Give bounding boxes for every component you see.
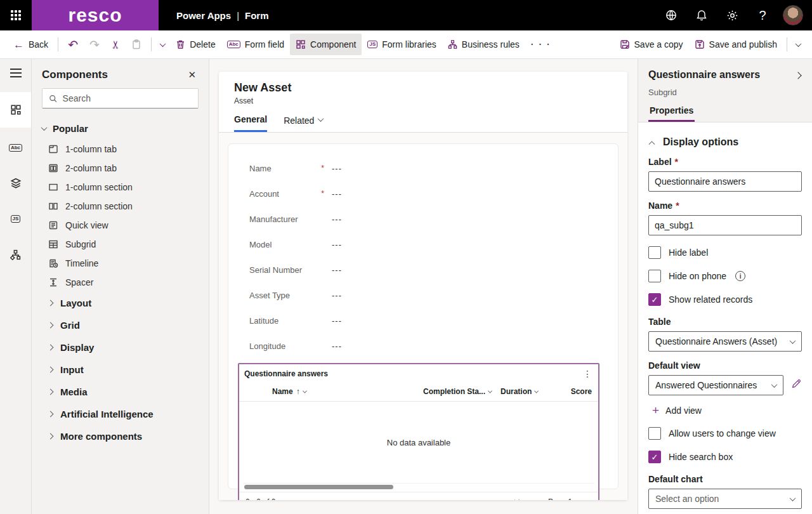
checkbox[interactable]: ✓	[648, 293, 661, 306]
info-icon[interactable]: i	[735, 271, 745, 281]
label-input[interactable]	[648, 171, 802, 192]
group-media[interactable]: Media	[32, 381, 209, 403]
allow-users-change-view-checkbox-row[interactable]: Allow users to change view	[648, 427, 802, 440]
resco-logo[interactable]: resco	[32, 0, 159, 30]
delete-button[interactable]: Delete	[170, 34, 221, 55]
first-page-button[interactable]	[513, 498, 521, 501]
collapse-panel-button[interactable]	[0, 59, 31, 87]
back-button[interactable]: ← Back	[8, 34, 54, 55]
save-a-copy-button[interactable]: Save a copy	[614, 34, 689, 55]
group-display[interactable]: Display	[32, 336, 209, 359]
column-header-name[interactable]: Name ↑	[272, 387, 423, 396]
field-row-latitude[interactable]: Latitude ---	[238, 308, 608, 333]
component-item-quick-view[interactable]: Quick view	[32, 216, 209, 235]
field-row-account[interactable]: Account * ---	[238, 181, 608, 206]
search-input[interactable]	[63, 93, 192, 103]
subgrid-more-icon[interactable]: ⋮	[583, 369, 592, 378]
component-item-2-column-tab[interactable]: 2-column tab	[32, 159, 209, 178]
notifications-bell-icon[interactable]	[689, 0, 714, 30]
hide-on-phone-checkbox-row[interactable]: Hide on phone i	[648, 270, 802, 282]
component-item-1-column-section[interactable]: 1-column section	[32, 178, 209, 197]
checkbox[interactable]	[648, 246, 661, 259]
scrollbar-thumb[interactable]	[244, 485, 393, 489]
field-row-manufacturer[interactable]: Manufacturer ---	[238, 206, 608, 232]
clipboard-split-chevron[interactable]	[155, 34, 170, 55]
next-page-button[interactable]: →	[581, 496, 591, 500]
tab-related[interactable]: Related	[284, 114, 323, 132]
form-designer-canvas: New Asset Asset General Related Name * -…	[209, 59, 638, 514]
previous-page-button[interactable]: ←	[530, 496, 539, 500]
undo-button[interactable]: ↶	[62, 34, 84, 55]
column-header-completion-status[interactable]: Completion Sta...	[423, 387, 501, 396]
component-button[interactable]: Component	[290, 34, 362, 55]
redo-button[interactable]: ↷	[84, 34, 105, 55]
checkbox[interactable]	[648, 270, 661, 282]
field-row-name[interactable]: Name * ---	[238, 155, 608, 181]
field-row-asset-type[interactable]: Asset Type ---	[238, 282, 608, 308]
name-input[interactable]	[648, 215, 802, 235]
group-input[interactable]: Input	[32, 359, 209, 381]
save-split-chevron[interactable]	[791, 34, 806, 55]
popular-section-header[interactable]: Popular	[32, 117, 209, 140]
table-dropdown[interactable]: Questionnaire Answers (Asset)	[648, 331, 802, 352]
column-header-duration[interactable]: Duration	[501, 387, 559, 396]
tab-properties[interactable]: Properties	[648, 105, 695, 122]
default-chart-dropdown[interactable]: Select an option	[648, 489, 802, 509]
field-row-longitude[interactable]: Longitude ---	[238, 333, 608, 359]
commandbar-overflow-button[interactable]: · · ·	[525, 34, 557, 55]
account-menu[interactable]	[780, 0, 806, 30]
subgrid-component-selected[interactable]: Questionnaire answers ⋮ Name ↑	[238, 363, 599, 500]
business-rules-button[interactable]: Business rules	[442, 34, 525, 55]
group-more-components[interactable]: More components	[32, 425, 209, 447]
help-icon[interactable]: ?	[750, 0, 775, 30]
tab-general[interactable]: General	[234, 114, 267, 132]
chevron-right-icon	[48, 433, 54, 440]
column-header-score[interactable]: Score	[559, 387, 592, 396]
name-field-label: Name*	[648, 201, 802, 211]
cut-button[interactable]: ✂	[105, 34, 126, 55]
component-item-timeline[interactable]: Timeline	[32, 254, 209, 273]
component-item-subgrid[interactable]: Subgrid	[32, 235, 209, 254]
form-field-button[interactable]: Abc Form field	[221, 34, 290, 55]
settings-gear-icon[interactable]	[719, 0, 745, 30]
chevron-down-icon	[534, 388, 539, 393]
component-item-1-column-tab[interactable]: 1-column tab	[32, 140, 209, 159]
toolbar-divider	[787, 37, 787, 51]
show-related-records-checkbox-row[interactable]: ✓ Show related records	[648, 293, 802, 306]
paste-button[interactable]	[126, 34, 147, 55]
edit-view-pencil-icon[interactable]	[791, 378, 802, 392]
document-name: Form	[245, 10, 269, 21]
subgrid-horizontal-scrollbar[interactable]	[243, 483, 594, 489]
environment-icon[interactable]	[658, 0, 684, 30]
rail-form-libraries-tab[interactable]: JS	[0, 204, 31, 234]
rail-fields-tab[interactable]: Abc	[0, 133, 31, 163]
rail-components-tab[interactable]	[0, 92, 31, 128]
close-panel-button[interactable]: ✕	[185, 68, 199, 82]
chevron-right-icon	[48, 411, 54, 418]
default-view-field-label: Default view	[648, 360, 802, 371]
default-view-dropdown[interactable]: Answered Questionnaires	[648, 375, 783, 395]
display-options-section-header[interactable]: Display options	[650, 136, 802, 148]
business-rules-icon	[448, 39, 457, 49]
app-launcher-icon[interactable]	[0, 0, 32, 30]
app-name[interactable]: Power Apps	[176, 10, 231, 21]
field-row-serial-number[interactable]: Serial Number ---	[238, 257, 608, 282]
field-row-model[interactable]: Model ---	[238, 232, 608, 257]
group-grid[interactable]: Grid	[32, 314, 209, 336]
add-view-button[interactable]: + Add view	[652, 404, 802, 416]
form-libraries-button[interactable]: JS Form libraries	[362, 34, 442, 55]
hide-search-box-checkbox-row[interactable]: ✓ Hide search box	[648, 451, 802, 463]
rail-tree-view-tab[interactable]	[0, 168, 31, 199]
component-item-spacer[interactable]: Spacer	[32, 273, 209, 292]
rail-business-rules-tab[interactable]	[0, 239, 31, 270]
component-item-2-column-section[interactable]: 2-column section	[32, 197, 209, 216]
collapse-properties-icon[interactable]	[794, 68, 802, 82]
components-search[interactable]	[42, 88, 199, 109]
group-layout[interactable]: Layout	[32, 292, 209, 314]
checkbox[interactable]: ✓	[648, 451, 661, 463]
group-artificial-intelligence[interactable]: Artificial Intelligence	[32, 403, 209, 425]
checkbox[interactable]	[648, 427, 661, 440]
save-and-publish-button[interactable]: Save and publish	[689, 34, 783, 55]
form-section[interactable]: Name * --- Account * --- Manufacturer	[228, 143, 619, 489]
hide-label-checkbox-row[interactable]: Hide label	[648, 246, 802, 259]
